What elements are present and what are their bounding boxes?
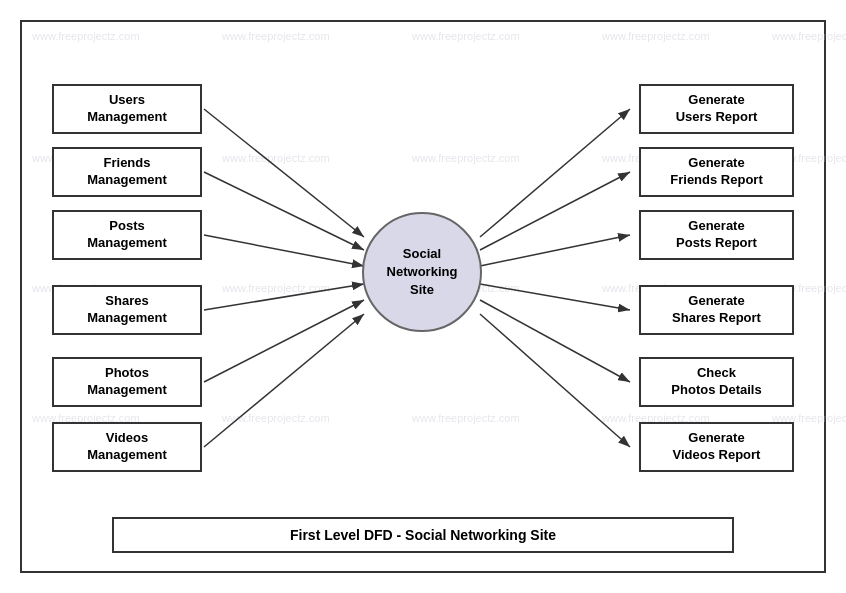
svg-line-9 xyxy=(480,235,630,266)
svg-line-6 xyxy=(204,314,364,447)
svg-line-4 xyxy=(204,284,364,310)
check-photos-details-node: Check Photos Details xyxy=(639,357,794,407)
watermark-5: www.freeprojectz.com xyxy=(772,30,846,42)
diagram-container: www.freeprojectz.com www.freeprojectz.co… xyxy=(20,20,826,573)
friends-management-node: Friends Management xyxy=(52,147,202,197)
watermark-3: www.freeprojectz.com xyxy=(412,30,520,42)
watermark-4: www.freeprojectz.com xyxy=(602,30,710,42)
watermark-17: www.freeprojectz.com xyxy=(222,412,330,424)
shares-management-node: Shares Management xyxy=(52,285,202,335)
posts-management-node: Posts Management xyxy=(52,210,202,260)
watermark-8: www.freeprojectz.com xyxy=(412,152,520,164)
svg-line-1 xyxy=(204,109,364,237)
svg-line-10 xyxy=(480,284,630,310)
generate-users-report-node: Generate Users Report xyxy=(639,84,794,134)
watermark-12: www.freeprojectz.com xyxy=(222,282,330,294)
svg-line-5 xyxy=(204,300,364,382)
svg-line-11 xyxy=(480,300,630,382)
watermark-18: www.freeprojectz.com xyxy=(412,412,520,424)
caption-box: First Level DFD - Social Networking Site xyxy=(112,517,734,553)
svg-line-7 xyxy=(480,109,630,237)
generate-posts-report-node: Generate Posts Report xyxy=(639,210,794,260)
users-management-node: Users Management xyxy=(52,84,202,134)
watermark-1: www.freeprojectz.com xyxy=(32,30,140,42)
photos-management-node: Photos Management xyxy=(52,357,202,407)
watermark-7: www.freeprojectz.com xyxy=(222,152,330,164)
svg-line-3 xyxy=(204,235,364,266)
watermark-2: www.freeprojectz.com xyxy=(222,30,330,42)
videos-management-node: Videos Management xyxy=(52,422,202,472)
generate-videos-report-node: Generate Videos Report xyxy=(639,422,794,472)
generate-friends-report-node: Generate Friends Report xyxy=(639,147,794,197)
center-circle: Social Networking Site xyxy=(362,212,482,332)
svg-line-12 xyxy=(480,314,630,447)
generate-shares-report-node: Generate Shares Report xyxy=(639,285,794,335)
svg-line-8 xyxy=(480,172,630,250)
svg-line-2 xyxy=(204,172,364,250)
